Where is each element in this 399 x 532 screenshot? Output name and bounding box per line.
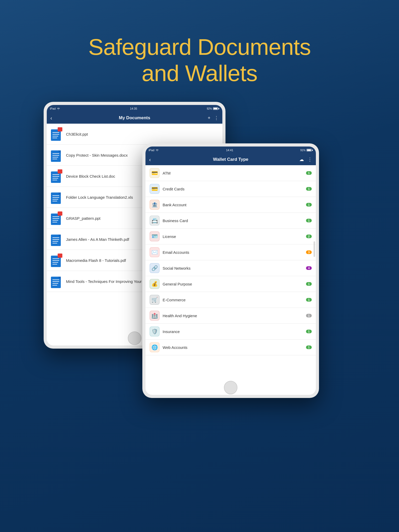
wallet-list-item[interactable]: 💰General Purpose1 bbox=[145, 276, 316, 292]
wallet-list-item[interactable]: 💳Credit Cards1 bbox=[145, 181, 316, 197]
nav-title-right: Wallet Card Type bbox=[165, 157, 297, 162]
doc-file-icon bbox=[51, 275, 62, 288]
wallet-item-badge: 1 bbox=[306, 187, 312, 191]
wallet-item-badge: 1 bbox=[306, 298, 312, 302]
wallet-list-item[interactable]: 🛒E-Commerce1 bbox=[145, 292, 316, 308]
status-left-info: iPad bbox=[50, 107, 60, 110]
wallet-item-name: ATM bbox=[163, 171, 306, 175]
doc-file-icon bbox=[51, 211, 62, 225]
wallet-item-badge: 1 bbox=[306, 171, 312, 175]
wallet-item-name: Health And Hygiene bbox=[163, 314, 306, 318]
nav-back-left[interactable]: ‹ bbox=[50, 115, 66, 121]
wallet-item-icon: 💰 bbox=[150, 279, 159, 289]
nav-bar-left: ‹ My Documents + ⋮ bbox=[47, 112, 222, 124]
doc-file-name: Macromedia Flash 8 - Tutorials.pdf bbox=[66, 258, 126, 263]
wallet-list-item[interactable]: 📇Business Card1 bbox=[145, 213, 316, 229]
device-name-right: iPad bbox=[149, 149, 154, 152]
doc-file-icon bbox=[51, 148, 62, 162]
wallet-item-icon: ✉️ bbox=[150, 247, 159, 257]
wallet-item-badge: 1 bbox=[306, 314, 312, 317]
nav-more-left[interactable]: ⋮ bbox=[214, 115, 219, 121]
svg-rect-28 bbox=[58, 211, 62, 216]
wallet-item-badge: 1 bbox=[306, 282, 312, 286]
home-button-right[interactable] bbox=[224, 381, 237, 394]
wallet-item-icon: 🏥 bbox=[150, 311, 159, 321]
wallet-item-name: General Purpose bbox=[163, 282, 306, 286]
wallet-list-item[interactable]: 🏥Health And Hygiene1 bbox=[145, 308, 316, 324]
svg-rect-41 bbox=[58, 254, 62, 258]
wallet-list-item[interactable]: 💳ATM1 bbox=[145, 165, 316, 181]
wallet-item-name: Email Accounts bbox=[163, 250, 306, 255]
hero-line2: and Wallets bbox=[142, 60, 257, 86]
wallet-item-badge: 1 bbox=[306, 219, 312, 222]
doc-file-name: Ch3Elicit.ppt bbox=[66, 132, 88, 136]
ipad-right-inner: iPad 14:41 91% bbox=[145, 147, 316, 395]
wallet-item-name: Business Card bbox=[163, 218, 306, 223]
nav-right-left: + ⋮ bbox=[203, 115, 219, 121]
svg-rect-33 bbox=[51, 235, 61, 246]
ipad-wallet: iPad 14:41 91% bbox=[142, 143, 319, 398]
wallet-item-icon: 🌐 bbox=[150, 342, 159, 352]
svg-rect-7 bbox=[51, 150, 61, 162]
svg-rect-46 bbox=[51, 277, 61, 288]
wallet-item-icon: 🏦 bbox=[150, 200, 159, 210]
battery-icon-right bbox=[307, 149, 313, 151]
wallet-list-item[interactable]: 🏦Bank Account1 bbox=[145, 197, 316, 213]
status-left-right: iPad bbox=[149, 149, 159, 152]
nav-bar-right: ‹ Wallet Card Type ☁ ⋮ bbox=[145, 154, 316, 165]
doc-file-name: Folder Lock Language Translation2.xls bbox=[66, 195, 133, 200]
hero-section: Safeguard Documents and Wallets bbox=[0, 0, 399, 102]
status-bar-left: iPad 14:35 92% bbox=[47, 105, 222, 112]
wifi-icon-left bbox=[57, 107, 60, 110]
tablets-container: iPad 14:35 92% bbox=[44, 102, 355, 466]
wifi-icon-right bbox=[155, 149, 159, 151]
wallet-item-name: Insurance bbox=[163, 329, 306, 334]
nav-cloud-right[interactable]: ☁ bbox=[299, 157, 304, 162]
doc-file-name: Copy Protect - Skin Messages.docx bbox=[66, 153, 128, 157]
battery-icon-left bbox=[213, 107, 219, 110]
wallet-list-item[interactable]: 🛡️Insurance1 bbox=[145, 324, 316, 340]
status-bar-right: iPad 14:41 91% bbox=[145, 147, 316, 154]
svg-rect-15 bbox=[58, 169, 62, 174]
nav-more-right[interactable]: ⋮ bbox=[308, 157, 312, 162]
wallet-list-item[interactable]: 🔗Social Networks4 bbox=[145, 260, 316, 276]
wallet-item-name: Credit Cards bbox=[163, 187, 306, 191]
doc-file-icon bbox=[51, 232, 62, 246]
doc-file-icon bbox=[51, 254, 62, 267]
home-button-left[interactable] bbox=[128, 331, 141, 345]
nav-back-right[interactable]: ‹ bbox=[149, 157, 165, 163]
doc-file-icon bbox=[51, 127, 62, 141]
wallet-list-item[interactable]: 🌐Web Accounts1 bbox=[145, 340, 316, 355]
doc-file-name: GRASP_pattern.ppt bbox=[66, 216, 101, 221]
nav-add-left[interactable]: + bbox=[208, 115, 210, 121]
scroll-indicator bbox=[314, 241, 315, 257]
svg-rect-2 bbox=[58, 127, 62, 131]
nav-title-left: My Documents bbox=[66, 115, 203, 121]
doc-list-item[interactable]: Ch3Elicit.ppt bbox=[47, 124, 222, 145]
wallet-list-item[interactable]: 🪪License2 bbox=[145, 229, 316, 244]
wallet-item-badge: 1 bbox=[306, 330, 312, 333]
wallet-item-name: License bbox=[163, 234, 306, 239]
wallet-item-badge: 2 bbox=[306, 235, 312, 238]
status-time-left: 14:35 bbox=[130, 107, 137, 110]
doc-file-name: Device Block Check List.doc bbox=[66, 174, 115, 178]
wallet-item-icon: 🛡️ bbox=[150, 327, 159, 336]
doc-file-icon bbox=[51, 190, 62, 204]
wallet-item-badge: 1 bbox=[306, 203, 312, 207]
doc-file-icon bbox=[51, 169, 62, 183]
hero-line1: Safeguard Documents bbox=[88, 34, 311, 60]
status-time-right: 14:41 bbox=[226, 149, 233, 152]
nav-right-right: ☁ ⋮ bbox=[297, 157, 312, 162]
battery-pct-right: 91% bbox=[300, 149, 305, 152]
device-name-left: iPad bbox=[50, 107, 56, 110]
wallet-item-icon: 🔗 bbox=[150, 263, 159, 273]
wallet-item-name: Social Networks bbox=[163, 266, 306, 270]
doc-file-name: James Allen - As A Man Thinketh.pdf bbox=[66, 237, 129, 242]
wallet-list: 💳ATM1💳Credit Cards1🏦Bank Account1📇Busine… bbox=[145, 165, 316, 355]
wallet-item-name: E-Commerce bbox=[163, 298, 306, 302]
wallet-list-item[interactable]: ✉️Email Accounts3 bbox=[145, 244, 316, 260]
wallet-item-icon: 📇 bbox=[150, 216, 159, 225]
wallet-item-icon: 💳 bbox=[150, 184, 159, 194]
wallet-item-icon: 🪪 bbox=[150, 231, 159, 241]
status-right-left: 92% bbox=[207, 107, 219, 110]
